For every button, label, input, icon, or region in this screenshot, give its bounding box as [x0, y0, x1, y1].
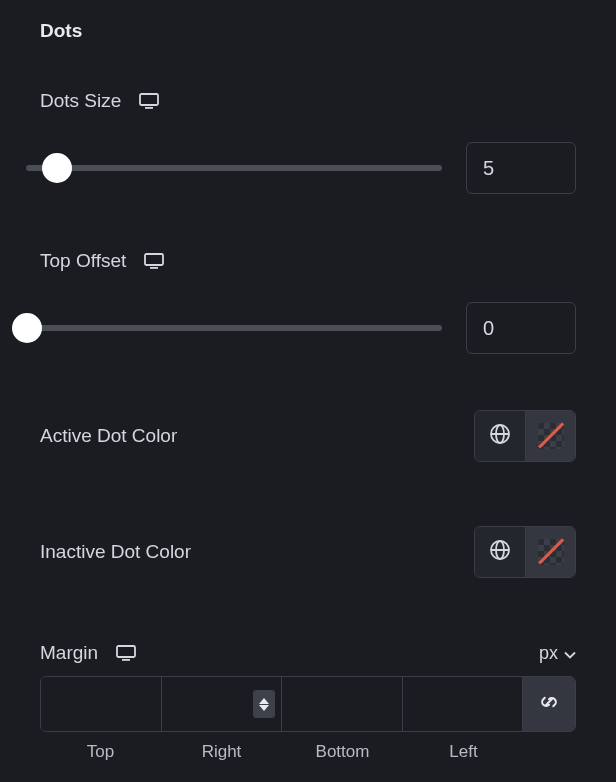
- dots-size-slider[interactable]: [26, 152, 442, 184]
- svg-rect-3: [150, 267, 158, 269]
- margin-label: Margin: [40, 642, 98, 664]
- svg-rect-0: [140, 94, 158, 105]
- responsive-desktop-icon[interactable]: [116, 645, 136, 661]
- margin-top-cell: [41, 677, 162, 731]
- margin-bottom-input[interactable]: [282, 677, 402, 731]
- inactive-dot-color-swatch[interactable]: [525, 527, 575, 577]
- unit-value: px: [539, 643, 558, 664]
- chevron-down-icon: [564, 643, 576, 664]
- margin-bottom-sublabel: Bottom: [282, 742, 403, 762]
- top-offset-group: Top Offset: [40, 250, 576, 354]
- responsive-desktop-icon[interactable]: [144, 253, 164, 269]
- margin-unit-select[interactable]: px: [539, 643, 576, 664]
- margin-group: Margin px: [40, 642, 576, 762]
- svg-rect-10: [117, 646, 135, 657]
- number-stepper[interactable]: [253, 690, 275, 718]
- margin-left-input[interactable]: [403, 677, 523, 731]
- arrow-down-icon: [259, 705, 269, 711]
- dots-size-label: Dots Size: [40, 90, 121, 112]
- margin-top-sublabel: Top: [40, 742, 161, 762]
- global-color-button[interactable]: [475, 527, 525, 577]
- link-icon: [538, 691, 560, 718]
- inactive-dot-color-label: Inactive Dot Color: [40, 541, 191, 563]
- svg-rect-11: [122, 659, 130, 661]
- margin-right-sublabel: Right: [161, 742, 282, 762]
- dots-size-group: Dots Size: [40, 90, 576, 194]
- margin-link-button[interactable]: [523, 677, 575, 731]
- svg-rect-1: [145, 107, 153, 109]
- globe-icon: [489, 423, 511, 450]
- section-title: Dots: [40, 20, 576, 42]
- margin-left-sublabel: Left: [403, 742, 524, 762]
- active-dot-color-swatch[interactable]: [525, 411, 575, 461]
- top-offset-label: Top Offset: [40, 250, 126, 272]
- global-color-button[interactable]: [475, 411, 525, 461]
- top-offset-slider[interactable]: [12, 312, 442, 344]
- active-dot-color-label: Active Dot Color: [40, 425, 177, 447]
- slider-thumb[interactable]: [12, 313, 42, 343]
- active-dot-color-row: Active Dot Color: [40, 410, 576, 462]
- slider-thumb[interactable]: [42, 153, 72, 183]
- margin-right-cell: [162, 677, 283, 731]
- margin-left-cell: [403, 677, 524, 731]
- margin-bottom-cell: [282, 677, 403, 731]
- inactive-dot-color-row: Inactive Dot Color: [40, 526, 576, 578]
- svg-rect-2: [145, 254, 163, 265]
- margin-top-input[interactable]: [41, 677, 161, 731]
- responsive-desktop-icon[interactable]: [139, 93, 159, 109]
- globe-icon: [489, 539, 511, 566]
- dots-size-input[interactable]: [466, 142, 576, 194]
- arrow-up-icon: [259, 698, 269, 704]
- top-offset-input[interactable]: [466, 302, 576, 354]
